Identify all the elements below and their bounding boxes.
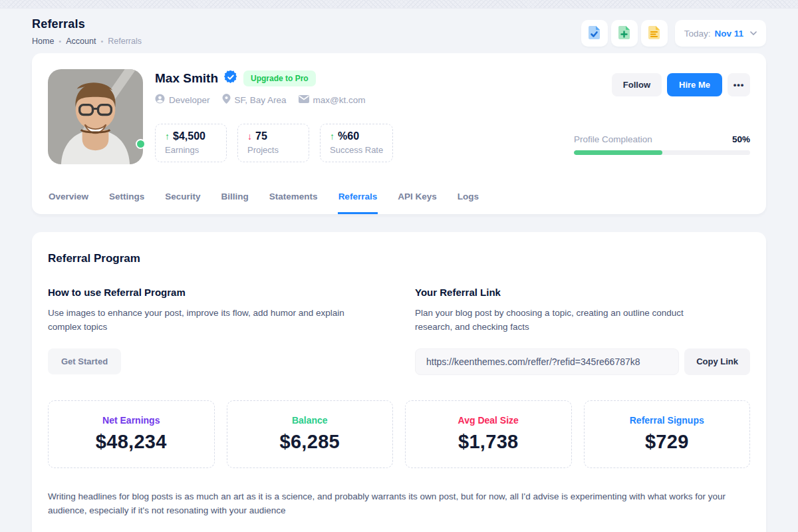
profile-completion: Profile Compleation 50% xyxy=(574,134,750,155)
get-started-button[interactable]: Get Started xyxy=(48,348,121,374)
online-status-dot xyxy=(136,139,146,149)
file-lines-icon xyxy=(648,25,660,42)
breadcrumb-separator: • xyxy=(100,37,103,45)
metric-label: Referral Signups xyxy=(630,415,704,426)
email-meta: max@kt.com xyxy=(299,95,366,105)
breadcrumb-current: Referrals xyxy=(108,37,142,46)
title-block: Referrals Home • Account • Referrals xyxy=(32,17,142,46)
upgrade-to-pro-badge[interactable]: Upgrade to Pro xyxy=(243,70,316,86)
date-value: Nov 11 xyxy=(714,29,743,39)
tab-security[interactable]: Security xyxy=(164,188,201,214)
role-meta: Developer xyxy=(155,94,210,106)
breadcrumb-account[interactable]: Account xyxy=(66,37,96,46)
avatar xyxy=(48,69,143,164)
metric-referral-signups: Referral Signups $729 xyxy=(584,400,751,468)
mail-icon xyxy=(299,95,309,105)
profile-tabs: Overview Settings Security Billing State… xyxy=(48,188,750,214)
more-options-button[interactable]: ••• xyxy=(728,73,750,96)
metric-label: Net Earnings xyxy=(102,415,160,426)
tab-referrals[interactable]: Referrals xyxy=(338,188,378,214)
stat-value: %60 xyxy=(338,130,359,142)
file-check-icon xyxy=(588,25,600,42)
arrow-up-icon: ↑ xyxy=(330,131,334,142)
topbar-actions: Today: Nov 11 xyxy=(581,20,766,47)
metric-value: $6,285 xyxy=(280,431,340,453)
stat-label: Projects xyxy=(247,145,299,155)
referral-link-title: Your Referral Link xyxy=(415,287,750,298)
profile-actions: Follow Hire Me ••• xyxy=(612,73,750,96)
referral-program-card: Referral Program How to use Referral Pro… xyxy=(32,232,766,532)
verified-badge-icon[interactable] xyxy=(224,70,237,86)
metric-label: Balance xyxy=(292,415,328,426)
stat-projects: ↓ 75 Projects xyxy=(237,124,309,162)
referral-note: Writing headlines for blog posts is as m… xyxy=(48,489,750,518)
profile-meta: Developer SF, Bay Area max@kt.com xyxy=(155,94,559,106)
user-name: Max Smith xyxy=(155,71,218,86)
file-check-button[interactable] xyxy=(581,20,608,47)
breadcrumb: Home • Account • Referrals xyxy=(32,37,142,46)
metric-net-earnings: Net Earnings $48,234 xyxy=(48,400,215,468)
location-label: SF, Bay Area xyxy=(235,95,287,105)
tab-settings[interactable]: Settings xyxy=(108,188,145,214)
stat-value: $4,500 xyxy=(173,130,205,142)
metric-value: $48,234 xyxy=(96,431,167,453)
chevron-down-icon xyxy=(747,29,757,39)
how-to-use-title: How to use Referral Program xyxy=(48,287,383,298)
metric-avg-deal-size: Avg Deal Size $1,738 xyxy=(405,400,572,468)
file-lines-button[interactable] xyxy=(641,20,668,47)
tab-logs[interactable]: Logs xyxy=(457,188,479,214)
copy-link-button[interactable]: Copy Link xyxy=(684,348,750,375)
stat-earnings: ↑ $4,500 Earnings xyxy=(155,124,227,162)
location-meta: SF, Bay Area xyxy=(222,94,287,106)
completion-progress-fill xyxy=(574,150,662,155)
how-to-use-column: How to use Referral Program Use images t… xyxy=(48,287,383,375)
role-label: Developer xyxy=(169,95,210,105)
stat-success-rate: ↑ %60 Success Rate xyxy=(320,124,393,162)
referral-link-column: Your Referral Link Plan your blog post b… xyxy=(415,287,750,375)
profile-stats: ↑ $4,500 Earnings ↓ 75 Projects xyxy=(155,124,559,162)
metric-value: $1,738 xyxy=(458,431,519,453)
file-plus-button[interactable] xyxy=(611,20,638,47)
completion-progress-track xyxy=(574,150,750,155)
date-picker[interactable]: Today: Nov 11 xyxy=(675,20,766,47)
breadcrumb-separator: • xyxy=(59,37,61,45)
arrow-down-icon: ↓ xyxy=(247,131,252,142)
stat-label: Success Rate xyxy=(330,145,383,155)
profile-right-panel: Follow Hire Me ••• Profile Compleation 5… xyxy=(571,69,750,164)
stat-label: Earnings xyxy=(165,145,217,155)
tab-statements[interactable]: Statements xyxy=(269,188,319,214)
tab-overview[interactable]: Overview xyxy=(48,188,89,214)
tab-billing[interactable]: Billing xyxy=(221,188,249,214)
hire-me-button[interactable]: Hire Me xyxy=(667,73,722,96)
profile-info: Max Smith Upgrade to Pro Deve xyxy=(155,69,559,164)
breadcrumb-home[interactable]: Home xyxy=(32,37,54,46)
map-pin-icon xyxy=(222,94,231,106)
header-texture-band xyxy=(0,0,798,9)
date-label: Today: xyxy=(684,29,711,39)
page-title: Referrals xyxy=(32,17,142,31)
how-to-use-desc: Use images to enhance your post, improve… xyxy=(48,307,347,334)
referral-metrics: Net Earnings $48,234 Balance $6,285 Avg … xyxy=(48,400,750,468)
avatar-wrap xyxy=(48,69,143,164)
completion-label: Profile Compleation xyxy=(574,134,652,144)
section-title: Referral Program xyxy=(48,252,750,265)
profile-card: Max Smith Upgrade to Pro Deve xyxy=(32,53,766,214)
page-header: Referrals Home • Account • Referrals xyxy=(0,9,798,47)
arrow-up-icon: ↑ xyxy=(165,131,170,142)
referral-link-desc: Plan your blog post by choosing a topic,… xyxy=(415,307,714,334)
user-icon xyxy=(155,94,165,106)
page: Referrals Home • Account • Referrals xyxy=(0,0,798,532)
tab-api-keys[interactable]: API Keys xyxy=(397,188,438,214)
referral-link-input[interactable] xyxy=(415,348,679,375)
metric-label: Avg Deal Size xyxy=(458,415,519,426)
metric-value: $729 xyxy=(645,431,689,453)
stat-value: 75 xyxy=(255,130,267,142)
file-plus-icon xyxy=(618,25,630,42)
metric-balance: Balance $6,285 xyxy=(227,400,394,468)
follow-button[interactable]: Follow xyxy=(612,73,662,96)
email-label: max@kt.com xyxy=(313,95,366,105)
completion-value: 50% xyxy=(732,134,750,144)
